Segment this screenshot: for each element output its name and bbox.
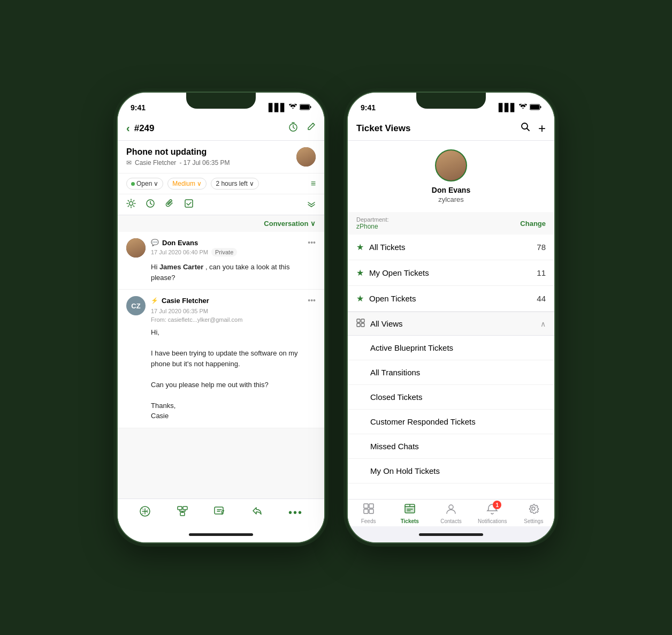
bottom-tab-bar: Feeds Tic bbox=[348, 499, 554, 526]
status-badge[interactable]: Open ∨ bbox=[126, 178, 163, 190]
author-name-casie: Casie Fletcher bbox=[162, 297, 209, 305]
settings-icon bbox=[528, 505, 539, 517]
svg-line-9 bbox=[128, 200, 128, 201]
svg-rect-23 bbox=[530, 105, 539, 109]
view-all-tickets[interactable]: ★ All Tickets 78 bbox=[348, 235, 554, 260]
notch-right bbox=[416, 93, 486, 109]
tab-label-notifications: Notifications bbox=[478, 518, 507, 524]
change-dept-button[interactable]: Change bbox=[520, 220, 546, 228]
conversation-tab[interactable]: Conversation ∨ bbox=[264, 220, 316, 228]
paperclip-icon[interactable] bbox=[165, 199, 174, 210]
status-icons-right: ▋▋▋ bbox=[499, 103, 541, 112]
message-menu-don[interactable]: ••• bbox=[308, 238, 316, 247]
move-icon[interactable] bbox=[139, 505, 151, 520]
tab-notifications[interactable]: 1 Notifications bbox=[476, 503, 508, 524]
sub-view-label-customer-responded: Customer Responded Tickets bbox=[370, 417, 476, 426]
profile-name: Don Evans bbox=[432, 186, 470, 194]
ticket-status-bar: Open ∨ Medium ∨ 2 hours left ∨ ≡ bbox=[118, 173, 324, 194]
author-name-don: Don Evans bbox=[162, 239, 198, 247]
view-my-open-tickets[interactable]: ★ My Open Tickets 11 bbox=[348, 260, 554, 286]
home-bar-left bbox=[189, 533, 253, 536]
tab-icon-wrapper-feeds bbox=[363, 503, 375, 517]
tab-label-feeds: Feeds bbox=[361, 518, 376, 524]
svg-rect-14 bbox=[185, 200, 193, 207]
sub-view-label-transitions: All Transitions bbox=[370, 368, 420, 377]
checkbox-icon[interactable] bbox=[184, 199, 194, 210]
dept-name: zPhone bbox=[356, 223, 389, 230]
svg-rect-17 bbox=[183, 507, 187, 510]
svg-point-24 bbox=[522, 123, 528, 129]
timer-icon[interactable] bbox=[288, 122, 299, 135]
sub-view-closed-tickets[interactable]: Closed Tickets bbox=[348, 385, 554, 410]
svg-rect-32 bbox=[369, 509, 373, 513]
merge-icon[interactable] bbox=[177, 505, 188, 520]
sub-view-active-blueprint[interactable]: Active Blueprint Tickets bbox=[348, 336, 554, 360]
status-icons-left: ▋▋▋ bbox=[269, 103, 311, 112]
svg-line-11 bbox=[128, 206, 128, 206]
back-button[interactable]: ‹ bbox=[126, 122, 130, 134]
svg-rect-31 bbox=[364, 509, 368, 513]
sun-icon[interactable] bbox=[126, 199, 136, 210]
tab-tickets[interactable]: Tickets bbox=[394, 503, 426, 524]
edit-icon[interactable] bbox=[306, 122, 316, 134]
views-list: ★ All Tickets 78 ★ My Open Tickets 11 ★ … bbox=[348, 235, 554, 499]
more-icon-bottom[interactable]: ••• bbox=[288, 507, 303, 519]
tab-feeds[interactable]: Feeds bbox=[353, 503, 385, 524]
ticket-header-icons bbox=[288, 122, 316, 135]
dept-info: Department: zPhone bbox=[356, 216, 389, 230]
all-views-header[interactable]: All Views ∧ bbox=[348, 312, 554, 336]
add-note-icon[interactable] bbox=[213, 505, 225, 520]
time-right: 9:41 bbox=[361, 103, 376, 112]
msg-time-casie: 17 Jul 2020 06:35 PM bbox=[151, 308, 208, 314]
star-icon-my-open: ★ bbox=[356, 268, 364, 278]
sub-view-label-on-hold: My On Hold Tickets bbox=[370, 466, 440, 475]
msg-author-info-don: 💬 Don Evans ••• 17 Jul 2020 06:40 PM Pri… bbox=[151, 238, 316, 256]
message-top-casie: CZ ⚡ Casie Fletcher ••• 17 Jul 2020 06:3… bbox=[126, 296, 316, 323]
signal-icon-left: ▋▋▋ bbox=[269, 103, 286, 112]
contacts-icon bbox=[445, 505, 457, 517]
tab-contacts[interactable]: Contacts bbox=[435, 503, 467, 524]
svg-line-12 bbox=[133, 200, 134, 201]
message-menu-casie[interactable]: ••• bbox=[308, 296, 316, 305]
msg-author-info-casie: ⚡ Casie Fletcher ••• 17 Jul 2020 06:35 P… bbox=[151, 296, 316, 323]
ticket-number: #249 bbox=[134, 123, 284, 134]
more-menu-icon[interactable]: ≡ bbox=[311, 179, 316, 188]
ticket-header: ‹ #249 bbox=[118, 116, 324, 141]
time-badge[interactable]: 2 hours left ∨ bbox=[211, 178, 259, 190]
msg-time-don: 17 Jul 2020 06:40 PM bbox=[151, 249, 208, 255]
feeds-icon bbox=[363, 505, 375, 517]
svg-point-36 bbox=[449, 505, 453, 509]
clock-icon[interactable] bbox=[146, 199, 155, 210]
tab-icon-wrapper-notifications: 1 bbox=[486, 503, 498, 517]
expand-icon[interactable] bbox=[307, 201, 316, 208]
svg-rect-22 bbox=[540, 106, 541, 108]
view-label-all-tickets: All Tickets bbox=[369, 243, 537, 252]
sub-view-all-transitions[interactable]: All Transitions bbox=[348, 360, 554, 385]
sub-view-label-blueprint: Active Blueprint Tickets bbox=[370, 343, 453, 352]
add-icon[interactable]: + bbox=[538, 122, 546, 135]
view-open-tickets[interactable]: ★ Open Tickets 44 bbox=[348, 286, 554, 312]
all-views-section: All Views ∧ Active Blueprint Tickets All… bbox=[348, 312, 554, 483]
msg-body-casie: Hi, I have been trying to update the sof… bbox=[126, 327, 316, 421]
profile-section: Don Evans zylcares bbox=[348, 141, 554, 212]
right-phone-content: Ticket Views + Don Evans zy bbox=[348, 116, 554, 526]
tab-settings[interactable]: Settings bbox=[517, 503, 549, 524]
tab-icon-wrapper-contacts bbox=[445, 503, 457, 517]
reply-icon[interactable] bbox=[251, 505, 263, 520]
header-actions-right: + bbox=[520, 122, 546, 135]
msg-author-row-don: 💬 Don Evans ••• bbox=[151, 238, 316, 247]
svg-rect-26 bbox=[361, 319, 364, 322]
sub-view-my-on-hold[interactable]: My On Hold Tickets bbox=[348, 459, 554, 483]
svg-line-10 bbox=[133, 206, 134, 206]
search-icon[interactable] bbox=[520, 122, 531, 135]
sub-view-customer-responded[interactable]: Customer Responded Tickets bbox=[348, 410, 554, 434]
phones-container: 9:41 ▋▋▋ ‹ #249 bbox=[117, 92, 555, 543]
ticket-subject: Phone not updating bbox=[126, 147, 292, 157]
home-bar-right bbox=[419, 533, 483, 536]
bottom-toolbar: ••• bbox=[118, 498, 324, 526]
sub-view-missed-chats[interactable]: Missed Chats bbox=[348, 434, 554, 459]
priority-badge[interactable]: Medium ∨ bbox=[167, 178, 207, 190]
chat-icon: 💬 bbox=[151, 239, 159, 246]
ticket-meta: ✉ Casie Fletcher - 17 Jul 06:35 PM bbox=[126, 159, 292, 167]
svg-rect-18 bbox=[180, 512, 185, 516]
